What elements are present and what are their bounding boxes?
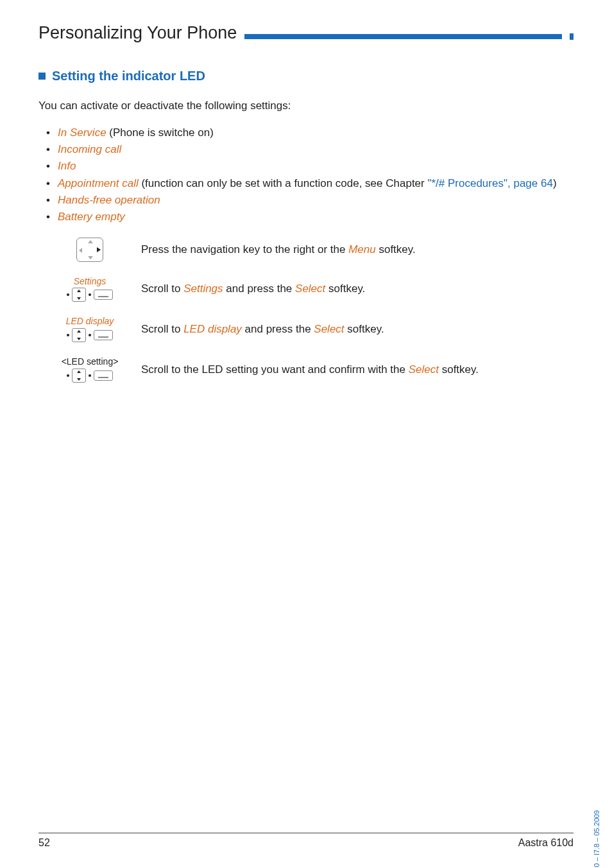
scroll-select-icon <box>67 328 113 342</box>
list-item: In Service (Phone is switche on) <box>38 125 574 141</box>
cross-ref-text: , page <box>507 177 541 189</box>
list-item-close: ) <box>553 177 557 189</box>
step-icon-col: <LED setting> <box>38 356 141 383</box>
settings-list: In Service (Phone is switche on) Incomin… <box>38 125 574 226</box>
list-item-rest: (Phone is switche on) <box>106 126 214 139</box>
step-text-orange: Select <box>409 363 439 376</box>
list-item: Incoming call <box>38 141 574 158</box>
updown-key-icon <box>72 328 86 342</box>
list-item: Battery empty <box>38 209 574 225</box>
dot-icon <box>67 293 69 296</box>
softkey-icon <box>94 370 113 381</box>
softkey-icon <box>94 330 113 340</box>
section-intro: You can activate or deactivate the follo… <box>38 98 574 114</box>
step-text-part: and press the <box>223 282 295 295</box>
step-caption: <LED setting> <box>62 356 119 367</box>
step-text-orange: LED display <box>183 323 242 335</box>
step-text-orange: Select <box>314 323 344 335</box>
dot-icon <box>89 293 91 296</box>
list-item: Appointment call (function can only be s… <box>38 175 574 192</box>
list-item-term: Incoming call <box>58 143 121 155</box>
step-text-part: Scroll to the LED setting you want and c… <box>141 363 409 376</box>
title-bar <box>244 34 562 39</box>
list-item-term: In Service <box>58 126 106 139</box>
document-id: eud-1093/1.0 – I7.8 – 05.2009 <box>593 810 600 868</box>
step-row: Press the navigation key to the right or… <box>38 238 574 262</box>
title-bar-tip <box>570 33 574 40</box>
step-caption: Settings <box>74 276 106 287</box>
step-icon-col: LED display <box>38 316 141 342</box>
page-title: Personalizing Your Phone <box>38 23 237 43</box>
footer: 52 Aastra 610d <box>38 833 574 849</box>
list-item-text: (function can only be set with a functio… <box>139 177 428 189</box>
dot-icon <box>89 374 91 377</box>
scroll-select-icon <box>67 288 113 302</box>
list-item-term: Battery empty <box>58 211 125 223</box>
step-text-orange: Menu <box>348 243 376 256</box>
steps: Press the navigation key to the right or… <box>38 238 574 383</box>
step-text-part: softkey. <box>376 243 416 256</box>
step-text-part: softkey. <box>344 323 384 335</box>
section-marker-icon <box>38 73 46 80</box>
step-text-part: Scroll to <box>141 323 183 335</box>
scroll-select-icon <box>67 369 113 383</box>
list-item: Hands-free operation <box>38 192 574 209</box>
list-item-term: Hands-free operation <box>58 194 160 206</box>
cross-ref-link[interactable]: "*/# Procedures" <box>427 177 507 189</box>
list-item: Info <box>38 158 574 175</box>
dot-icon <box>89 334 91 336</box>
step-icon-col <box>38 238 141 262</box>
page-number: 52 <box>38 837 50 849</box>
title-row: Personalizing Your Phone <box>38 23 574 43</box>
step-row: <LED setting> Scroll to the LED setting … <box>38 356 574 383</box>
step-text-orange: Select <box>295 282 325 295</box>
softkey-icon <box>94 290 113 300</box>
step-text-part: Scroll to <box>141 282 183 295</box>
section-heading: Setting the indicator LED <box>38 69 574 83</box>
cross-ref-page[interactable]: 64 <box>541 177 553 189</box>
section-heading-text: Setting the indicator LED <box>52 69 205 83</box>
step-text: Scroll to the LED setting you want and c… <box>141 361 574 378</box>
navigation-key-icon <box>76 238 103 262</box>
step-icon-col: Settings <box>38 276 141 302</box>
step-text: Press the navigation key to the right or… <box>141 241 574 258</box>
list-item-term: Appointment call <box>58 177 139 189</box>
step-row: LED display Scroll to LED display and pr… <box>38 316 574 342</box>
product-name: Aastra 610d <box>518 837 574 849</box>
dot-icon <box>67 374 69 377</box>
step-text: Scroll to Settings and press the Select … <box>141 281 574 297</box>
step-row: Settings Scroll to Settings and press th… <box>38 276 574 302</box>
step-text-part: softkey. <box>439 363 479 376</box>
dot-icon <box>67 334 69 336</box>
step-text-orange: Settings <box>183 282 223 295</box>
updown-key-icon <box>72 369 86 383</box>
step-text-part: and press the <box>242 323 314 335</box>
step-text-part: Press the navigation key to the right or… <box>141 243 348 256</box>
list-item-term: Info <box>58 160 76 172</box>
step-caption: LED display <box>66 316 114 327</box>
step-text: Scroll to LED display and press the Sele… <box>141 321 574 338</box>
step-text-part: softkey. <box>325 282 365 295</box>
updown-key-icon <box>72 288 86 302</box>
